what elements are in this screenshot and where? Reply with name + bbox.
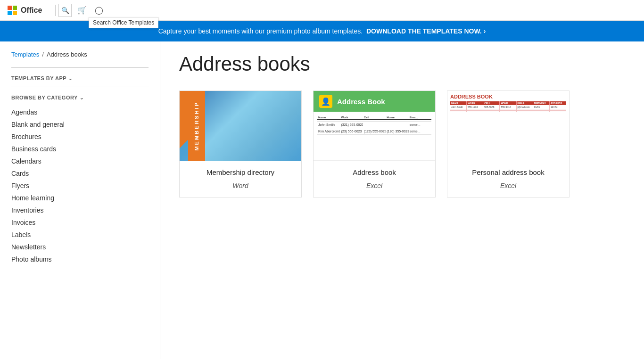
template-grid: MEMBERSHIP Membership directory Word 👤 [179, 90, 625, 197]
address-book-icon: 👤 [319, 95, 332, 108]
template-info: Membership directory Word [180, 161, 301, 197]
search-tooltip: Search Office Templates [89, 17, 158, 28]
template-card-membership-directory[interactable]: MEMBERSHIP Membership directory Word [179, 90, 302, 197]
sidebar-item-home-learning[interactable]: Home learning [11, 192, 149, 204]
header: Office 🔍 Search Office Templates 🛒 ◯ [0, 0, 644, 21]
template-app: Word [187, 182, 294, 189]
breadcrumb-separator: / [42, 51, 44, 58]
breadcrumb: Templates / Address books [11, 51, 149, 58]
microsoft-logo-icon [8, 6, 17, 15]
banner-text: Capture your best moments with our premi… [158, 27, 363, 35]
template-thumb-personal: ADDRESS BOOK NAME WORK CELL HOME EMAIL B… [447, 91, 569, 161]
svg-rect-0 [8, 6, 12, 10]
template-card-personal-address-book[interactable]: ADDRESS BOOK NAME WORK CELL HOME EMAIL B… [447, 90, 570, 197]
template-thumb-membership: MEMBERSHIP [180, 91, 301, 161]
main-content: Address books MEMBERSHIP Membership dire… [160, 41, 644, 359]
address-book-header-title: Address Book [337, 98, 385, 106]
sidebar-item-flyers[interactable]: Flyers [11, 180, 149, 192]
sidebar-item-calendars[interactable]: Calendars [11, 155, 149, 167]
profile-icon: ◯ [95, 6, 103, 15]
template-name: Personal address book [455, 168, 561, 176]
sidebar-item-cards[interactable]: Cards [11, 167, 149, 180]
sidebar-item-invoices[interactable]: Invoices [11, 216, 149, 229]
template-name: Address book [321, 168, 428, 176]
office-brand-text: Office [21, 6, 42, 15]
sidebar-divider-2 [11, 87, 149, 87]
header-actions: 🛒 ◯ [75, 4, 106, 17]
template-card-address-book[interactable]: 👤 Address Book Name Work Cell Home Ema..… [313, 90, 436, 197]
sidebar-item-photo-albums[interactable]: Photo albums [11, 253, 149, 265]
sidebar-item-brochures[interactable]: Brochures [11, 131, 149, 143]
templates-by-app-label[interactable]: TEMPLATES BY APP ⌄ [11, 75, 149, 81]
breadcrumb-current: Address books [47, 51, 87, 58]
template-info: Personal address book Excel [447, 161, 569, 197]
sidebar-item-blank-and-general[interactable]: Blank and general [11, 118, 149, 131]
sidebar-item-agendas[interactable]: Agendas [11, 106, 149, 118]
template-info: Address book Excel [314, 161, 435, 197]
sidebar-item-business-cards[interactable]: Business cards [11, 143, 149, 155]
svg-rect-2 [8, 11, 12, 15]
search-button[interactable]: 🔍 [58, 4, 72, 17]
profile-button[interactable]: ◯ [92, 4, 106, 17]
templates-by-app-chevron-icon: ⌄ [68, 76, 73, 81]
search-icon: 🔍 [61, 7, 69, 14]
template-name: Membership directory [187, 168, 294, 176]
sidebar-item-labels[interactable]: Labels [11, 229, 149, 241]
template-app: Excel [455, 182, 561, 189]
page-title: Address books [179, 53, 625, 75]
svg-rect-3 [13, 11, 17, 15]
page-layout: Templates / Address books TEMPLATES BY A… [0, 41, 644, 359]
logo-area: Office [8, 6, 47, 15]
svg-rect-1 [13, 6, 17, 10]
browse-by-category-label[interactable]: BROWSE BY CATEGORY ⌄ [11, 95, 149, 100]
banner-cta-link[interactable]: DOWNLOAD THE TEMPLATES NOW. › [366, 27, 486, 35]
sidebar-divider-1 [11, 67, 149, 68]
breadcrumb-home-link[interactable]: Templates [11, 51, 39, 58]
cart-icon: 🛒 [77, 6, 87, 15]
sidebar-item-newsletters[interactable]: Newsletters [11, 241, 149, 253]
browse-by-category-chevron-icon: ⌄ [80, 95, 84, 100]
template-thumb-addressbook: 👤 Address Book Name Work Cell Home Ema..… [314, 91, 435, 161]
header-divider [55, 5, 56, 16]
category-nav: Agendas Blank and general Brochures Busi… [11, 106, 149, 265]
cart-button[interactable]: 🛒 [75, 4, 89, 17]
sidebar-item-inventories[interactable]: Inventories [11, 204, 149, 216]
sidebar: Templates / Address books TEMPLATES BY A… [0, 41, 160, 359]
template-app: Excel [321, 182, 428, 189]
